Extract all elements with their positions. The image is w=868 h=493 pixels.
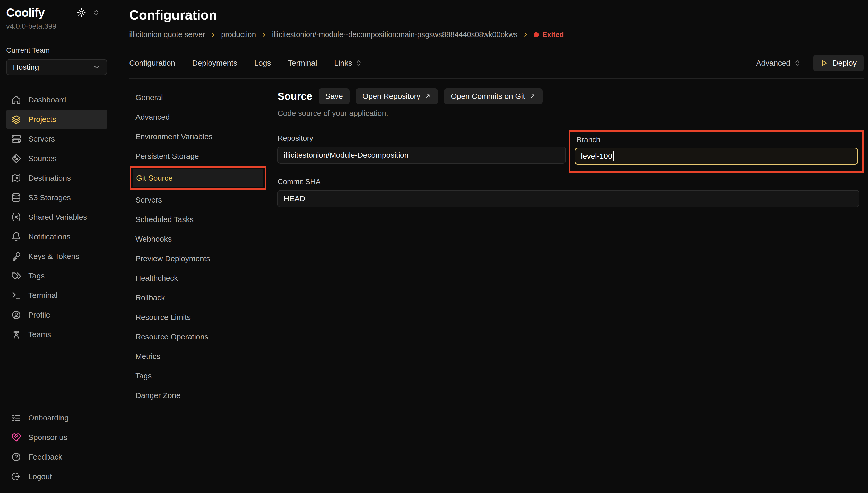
user-icon — [11, 310, 21, 320]
chevron-right-icon — [210, 31, 216, 38]
tabbar-divider — [129, 79, 864, 79]
configuration-content: General Advanced Environment Variables P… — [129, 88, 864, 493]
source-title: Source — [277, 90, 313, 102]
subnav-item-metrics[interactable]: Metrics — [129, 347, 277, 366]
open-commits-button[interactable]: Open Commits on Git — [444, 88, 542, 104]
tab-links[interactable]: Links — [334, 59, 362, 67]
subnav-item-persistent-storage[interactable]: Persistent Storage — [129, 146, 277, 166]
breadcrumb-project[interactable]: illicitonion quote server — [129, 30, 205, 39]
subnav-item-preview-deployments[interactable]: Preview Deployments — [129, 249, 277, 269]
sidebar-item-onboarding[interactable]: Onboarding — [6, 408, 107, 428]
subnav-item-general[interactable]: General — [129, 88, 277, 107]
deploy-button[interactable]: Deploy — [813, 55, 864, 71]
git-source-panel: Source Save Open Repository Open Commits… — [277, 88, 864, 493]
branch-annotation-box: Branch level-100 — [569, 130, 864, 173]
source-fields: Repository Branch level-100 — [277, 130, 864, 207]
sidebar-item-dashboard[interactable]: Dashboard — [6, 90, 107, 110]
repository-input[interactable] — [277, 147, 566, 164]
subnav-item-webhooks[interactable]: Webhooks — [129, 229, 277, 249]
text-cursor — [613, 151, 614, 161]
repository-label: Repository — [277, 134, 566, 143]
subnav-item-danger-zone[interactable]: Danger Zone — [129, 386, 277, 405]
theme-toggle-sun-icon[interactable] — [77, 8, 86, 17]
source-description: Code source of your application. — [277, 109, 864, 117]
repository-field: Repository — [277, 130, 566, 164]
layers-icon — [11, 114, 21, 124]
logout-icon — [11, 472, 21, 481]
coolify-app: Coolify v4.0.0-beta.399 Current Team Hos… — [0, 0, 868, 493]
database-icon — [11, 193, 21, 202]
sidebar-item-s3-storages[interactable]: S3 Storages — [6, 188, 107, 207]
sidebar-item-sponsor-us[interactable]: Sponsor us — [6, 428, 107, 447]
sidebar-item-servers[interactable]: Servers — [6, 129, 107, 149]
subnav-item-environment-variables[interactable]: Environment Variables — [129, 127, 277, 146]
breadcrumb-resource[interactable]: illicitestonion/-module--decomposition:m… — [272, 30, 517, 39]
chevron-right-icon — [260, 31, 267, 38]
subnav-item-resource-operations[interactable]: Resource Operations — [129, 327, 277, 347]
play-icon — [820, 59, 828, 67]
subnav-item-advanced[interactable]: Advanced — [129, 107, 277, 127]
heart-handshake-icon — [11, 432, 21, 442]
map-icon — [11, 173, 21, 183]
sidebar-footer: Onboarding Sponsor us Feedback Logout — [6, 408, 107, 486]
current-team-label: Current Team — [6, 46, 107, 55]
git-source-icon — [11, 154, 21, 164]
chevrons-up-down-icon[interactable] — [93, 9, 100, 16]
app-version: v4.0.0-beta.399 — [6, 22, 107, 30]
sidebar-item-keys-tokens[interactable]: Keys & Tokens — [6, 246, 107, 266]
branch-label: Branch — [577, 135, 858, 144]
sidebar-item-terminal[interactable]: Terminal — [6, 286, 107, 305]
tab-terminal[interactable]: Terminal — [288, 59, 317, 67]
sidebar-item-notifications[interactable]: Notifications — [6, 227, 107, 246]
breadcrumb-environment[interactable]: production — [221, 30, 256, 39]
status-badge: Exited — [534, 30, 564, 39]
commit-sha-field: Commit SHA — [277, 177, 859, 207]
subnav-item-healthcheck[interactable]: Healthcheck — [129, 269, 277, 288]
sidebar-nav: Dashboard Projects Servers Sources Desti… — [6, 90, 107, 344]
chevrons-up-down-icon — [793, 60, 801, 67]
sidebar-header: Coolify — [6, 6, 107, 20]
status-dot — [534, 32, 539, 37]
sidebar-item-profile[interactable]: Profile — [6, 305, 107, 325]
subnav-item-tags[interactable]: Tags — [129, 366, 277, 386]
open-repository-button[interactable]: Open Repository — [356, 88, 438, 104]
bell-icon — [11, 232, 21, 242]
sidebar-item-teams[interactable]: Teams — [6, 325, 107, 344]
config-subnav: General Advanced Environment Variables P… — [129, 88, 277, 493]
team-select[interactable]: Hosting — [6, 59, 107, 75]
subnav-item-git-source[interactable]: Git Source — [132, 169, 263, 187]
tab-deployments[interactable]: Deployments — [192, 59, 237, 67]
app-logo: Coolify — [6, 6, 44, 20]
tabbar-actions: Advanced Deploy — [756, 55, 864, 71]
key-icon — [11, 251, 21, 261]
sidebar-item-feedback[interactable]: Feedback — [6, 447, 107, 467]
variable-icon — [11, 212, 21, 222]
team-select-value: Hosting — [13, 63, 39, 71]
commit-sha-input[interactable] — [277, 190, 859, 207]
subnav-item-servers[interactable]: Servers — [129, 190, 277, 210]
sidebar: Coolify v4.0.0-beta.399 Current Team Hos… — [0, 0, 113, 493]
sidebar-item-sources[interactable]: Sources — [6, 149, 107, 168]
help-circle-icon — [11, 452, 21, 462]
sidebar-item-logout[interactable]: Logout — [6, 467, 107, 486]
tab-logs[interactable]: Logs — [254, 59, 271, 67]
chevron-right-icon — [522, 31, 529, 38]
header-icons — [77, 8, 100, 17]
tab-configuration[interactable]: Configuration — [129, 59, 175, 67]
save-button[interactable]: Save — [319, 88, 350, 104]
page-title: Configuration — [129, 7, 864, 23]
branch-input[interactable]: level-100 — [575, 148, 858, 165]
sidebar-item-projects[interactable]: Projects — [6, 110, 107, 129]
subnav-item-rollback[interactable]: Rollback — [129, 288, 277, 307]
sidebar-item-shared-variables[interactable]: Shared Variables — [6, 207, 107, 227]
sidebar-item-destinations[interactable]: Destinations — [6, 168, 107, 188]
tabbar: Configuration Deployments Logs Terminal … — [129, 55, 864, 71]
git-source-annotation-box: Git Source — [130, 167, 266, 190]
subnav-item-resource-limits[interactable]: Resource Limits — [129, 307, 277, 327]
advanced-dropdown[interactable]: Advanced — [756, 59, 801, 67]
status-label: Exited — [542, 30, 564, 39]
external-link-icon — [529, 93, 536, 100]
subnav-item-scheduled-tasks[interactable]: Scheduled Tasks — [129, 210, 277, 229]
chevrons-up-down-icon — [355, 60, 362, 67]
sidebar-item-tags[interactable]: Tags — [6, 266, 107, 286]
